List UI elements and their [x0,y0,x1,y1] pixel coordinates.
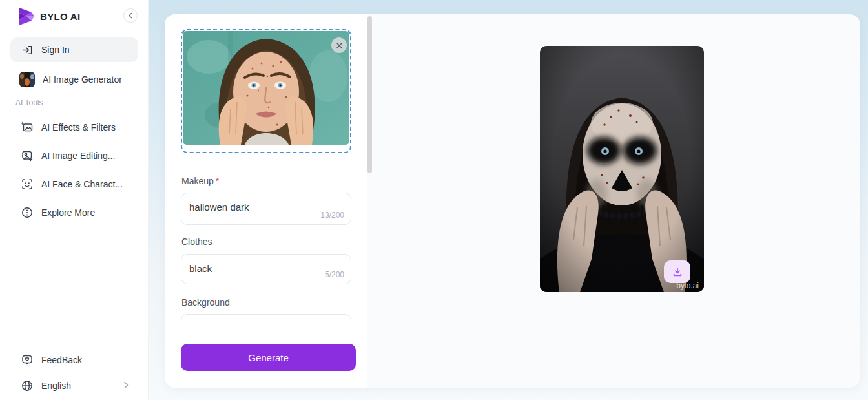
sidebar: BYLO AI Sign In [0,0,149,400]
sidebar-item-explore-more[interactable]: Explore More [10,200,138,225]
ai-image-generator-thumbnail-icon [19,72,35,87]
remove-image-button[interactable] [331,37,347,53]
sidebar-item-label: FeedBack [41,355,82,365]
clothes-input-box: black 5/200 [181,254,351,284]
sidebar-item-ai-image-generator[interactable]: AI Image Generator [10,67,138,92]
uploaded-image [183,31,349,145]
chevron-right-icon [123,380,129,392]
close-icon [336,42,343,49]
sidebar-item-sign-in[interactable]: Sign In [10,37,138,62]
generate-button[interactable]: Generate [181,344,356,371]
bylo-ai-app: BYLO AI Sign In [0,0,868,400]
generated-image: bylo.ai [540,46,704,292]
sidebar-item-label: English [41,381,71,391]
main-content: Makeup* hallowen dark 13/200 Clothes bla… [149,0,868,400]
makeup-char-counter: 13/200 [320,211,344,220]
more-circle-icon [21,206,34,219]
image-sparkle-icon [21,121,34,134]
sidebar-item-feedback[interactable]: FeedBack [10,348,138,372]
download-icon [672,266,683,278]
clothes-label: Clothes [181,237,212,247]
clothes-input[interactable]: black [181,255,351,284]
sidebar-item-label: AI Face & Charact... [41,179,123,189]
sidebar-item-label: AI Image Editing... [41,151,115,161]
makeup-label: Makeup* [181,176,219,186]
watermark: bylo.ai [676,281,699,290]
sidebar-item-label: Explore More [41,207,95,218]
sidebar-section-label: AI Tools [16,98,43,107]
sidebar-item-ai-image-editing[interactable]: AI Image Editing... [10,143,138,168]
sign-in-icon [21,43,34,56]
download-button[interactable] [664,260,690,283]
sidebar-item-label: Sign In [41,45,70,55]
sidebar-item-ai-face-character[interactable]: AI Face & Charact... [10,172,138,196]
brand-name: BYLO AI [40,11,80,22]
makeup-input-box: hallowen dark 13/200 [181,193,351,225]
chevron-left-icon [127,12,134,19]
globe-icon [21,379,34,392]
clothes-char-counter: 5/200 [325,270,344,279]
form-scrollbar[interactable] [367,16,372,173]
image-edit-icon [21,149,34,162]
form-footer: Generate [165,322,367,388]
background-label: Background [181,297,230,308]
image-upload-dropzone[interactable] [181,29,351,153]
feedback-heart-bubble-icon [21,353,34,366]
form-panel: Makeup* hallowen dark 13/200 Clothes bla… [165,14,367,388]
sidebar-item-label: AI Effects & Filters [41,122,116,132]
sidebar-item-label: AI Image Generator [43,74,122,85]
required-asterisk: * [216,176,219,186]
brand-row: BYLO AI [0,6,149,27]
sidebar-item-ai-effects-filters[interactable]: AI Effects & Filters [10,115,138,140]
face-scan-icon [21,178,34,191]
sidebar-collapse-button[interactable] [123,8,138,23]
bylo-logo-icon [17,7,35,26]
sidebar-item-language[interactable]: English [10,374,138,398]
generator-card: Makeup* hallowen dark 13/200 Clothes bla… [165,14,860,388]
